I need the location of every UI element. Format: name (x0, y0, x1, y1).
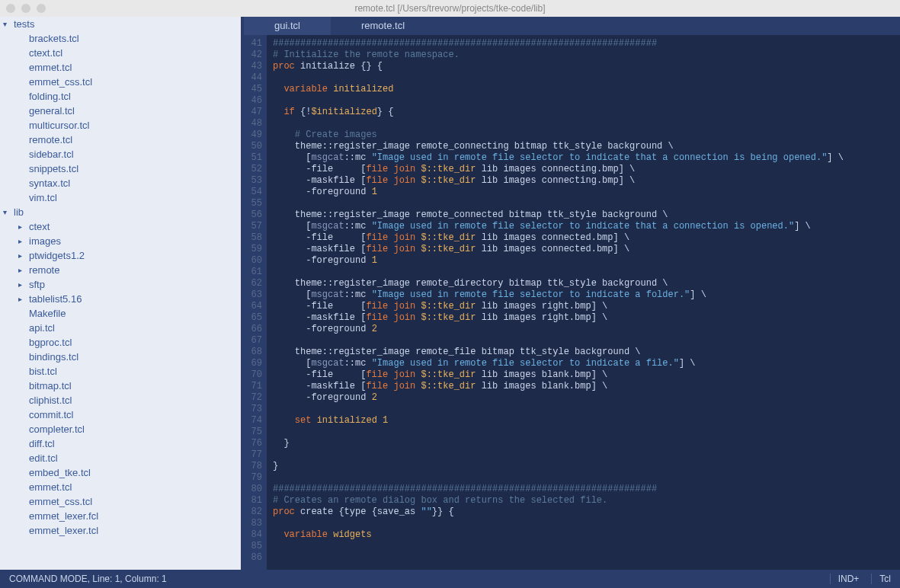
code-line[interactable]: theme::register_image remote_file bitmap… (273, 347, 894, 358)
sidebar-file[interactable]: embed_tke.tcl (0, 465, 241, 480)
code-line[interactable] (273, 335, 894, 347)
line-number: 85 (245, 541, 262, 552)
sidebar-file[interactable]: emmet_lexer.fcl (0, 509, 241, 523)
code-line[interactable]: variable widgets (273, 529, 894, 541)
code-line[interactable] (273, 118, 894, 129)
sidebar-file[interactable]: multicursor.tcl (0, 118, 241, 133)
code-line[interactable] (273, 552, 894, 564)
code-line[interactable]: theme::register_image remote_directory b… (273, 278, 894, 289)
code-line[interactable]: -maskfile [file join $::tke_dir lib imag… (273, 175, 894, 187)
code-line[interactable]: theme::register_image remote_connected b… (273, 209, 894, 221)
code-line[interactable]: [msgcat::mc "Image used in remote file s… (273, 358, 894, 369)
code-line[interactable]: -file [file join $::tke_dir lib images c… (273, 164, 894, 175)
sidebar-file[interactable]: snippets.tcl (0, 161, 241, 176)
sidebar-file[interactable]: api.tcl (0, 321, 241, 335)
sidebar-folder-tests[interactable]: ▾tests (0, 17, 241, 31)
sidebar-file[interactable]: vim.tcl (0, 190, 241, 205)
titlebar: remote.tcl [/Users/trevorw/projects/tke-… (0, 0, 900, 17)
code-line[interactable]: -file [file join $::tke_dir lib images r… (273, 301, 894, 312)
code-line[interactable] (273, 198, 894, 209)
code-line[interactable] (273, 518, 894, 529)
code-line[interactable]: variable initialized (273, 84, 894, 95)
sidebar-subfolder[interactable]: ▸images (0, 234, 241, 248)
sidebar-subfolder[interactable]: ▸remote (0, 263, 241, 277)
sidebar-file[interactable]: brackets.tcl (0, 31, 241, 46)
code-line[interactable]: [msgcat::mc "Image used in remote file s… (273, 152, 894, 164)
code-line[interactable] (273, 404, 894, 415)
code-view[interactable]: 4142434445464748495051525354555657585960… (244, 35, 900, 570)
code-line[interactable]: proc create {type {save_as ""}} { (273, 507, 894, 518)
code-line[interactable]: -file [file join $::tke_dir lib images c… (273, 232, 894, 244)
code-line[interactable] (273, 472, 894, 484)
chevron-right-icon: ▸ (18, 251, 26, 260)
sidebar-file[interactable]: Makefile (0, 306, 241, 321)
sidebar-file[interactable]: emmet_lexer.tcl (0, 523, 241, 538)
code-line[interactable]: # Creates an remote dialog box and retur… (273, 495, 894, 507)
code-line[interactable] (273, 449, 894, 461)
sidebar-file[interactable]: bgproc.tcl (0, 335, 241, 350)
tab-inactive[interactable]: gui.tcl (244, 17, 331, 35)
code-line[interactable] (273, 72, 894, 84)
code-line[interactable] (273, 95, 894, 107)
sidebar-file[interactable]: remote.tcl (0, 133, 241, 147)
code-line[interactable]: } (273, 438, 894, 449)
line-number: 62 (245, 278, 262, 289)
line-number: 66 (245, 324, 262, 335)
status-indent[interactable]: IND+ (830, 574, 860, 584)
sidebar-file[interactable]: folding.tcl (0, 89, 241, 104)
code-line[interactable] (273, 541, 894, 552)
line-number: 67 (245, 335, 262, 347)
code-line[interactable]: ########################################… (273, 484, 894, 495)
code-line[interactable]: # Initialize the remote namespace. (273, 50, 894, 61)
tab-active[interactable]: remote.tcl (331, 17, 435, 35)
code-line[interactable]: [msgcat::mc "Image used in remote file s… (273, 289, 894, 301)
sidebar-file[interactable]: emmet_css.tcl (0, 494, 241, 509)
code-line[interactable]: -maskfile [file join $::tke_dir lib imag… (273, 381, 894, 392)
sidebar-file[interactable]: syntax.tcl (0, 176, 241, 190)
sidebar-subfolder[interactable]: ▸ptwidgets1.2 (0, 248, 241, 263)
code-line[interactable]: -foreground 1 (273, 187, 894, 198)
sidebar-file[interactable]: diff.tcl (0, 436, 241, 451)
code-line[interactable]: -maskfile [file join $::tke_dir lib imag… (273, 244, 894, 255)
sidebar-file[interactable]: bindings.tcl (0, 350, 241, 364)
code-line[interactable] (273, 427, 894, 438)
line-number: 52 (245, 164, 262, 175)
tab-bar: gui.tcl remote.tcl (244, 17, 900, 35)
status-language[interactable]: Tcl (871, 574, 891, 584)
sidebar-folder-lib[interactable]: ▾lib (0, 205, 241, 219)
code-line[interactable]: } (273, 461, 894, 472)
sidebar-file[interactable]: bist.tcl (0, 364, 241, 379)
sidebar-file[interactable]: bitmap.tcl (0, 379, 241, 393)
code-line[interactable]: -file [file join $::tke_dir lib images b… (273, 369, 894, 381)
sidebar-file[interactable]: sidebar.tcl (0, 147, 241, 161)
line-number: 49 (245, 129, 262, 141)
sidebar-file[interactable]: edit.tcl (0, 451, 241, 465)
code-line[interactable]: proc initialize {} { (273, 61, 894, 72)
sidebar-file[interactable]: emmet.tcl (0, 480, 241, 494)
code-line[interactable]: -foreground 1 (273, 255, 894, 267)
code-line[interactable]: -maskfile [file join $::tke_dir lib imag… (273, 312, 894, 324)
sidebar-file[interactable]: commit.tcl (0, 407, 241, 422)
line-number: 60 (245, 255, 262, 267)
code-line[interactable]: [msgcat::mc "Image used in remote file s… (273, 221, 894, 232)
code-line[interactable]: -foreground 2 (273, 324, 894, 335)
sidebar-subfolder[interactable]: ▸ctext (0, 219, 241, 234)
code-line[interactable]: # Create images (273, 129, 894, 141)
code-line[interactable]: if {!$initialized} { (273, 107, 894, 118)
code-line[interactable]: ########################################… (273, 38, 894, 50)
sidebar-file[interactable]: emmet_css.tcl (0, 75, 241, 89)
sidebar-subfolder[interactable]: ▸tablelist5.16 (0, 292, 241, 306)
code-line[interactable]: theme::register_image remote_connecting … (273, 141, 894, 152)
code-line[interactable]: set initialized 1 (273, 415, 894, 427)
sidebar-file[interactable]: emmet.tcl (0, 60, 241, 75)
sidebar-file[interactable]: general.tcl (0, 104, 241, 118)
code-content[interactable]: ########################################… (267, 35, 900, 570)
line-number: 44 (245, 72, 262, 84)
file-sidebar[interactable]: ▾testsbrackets.tclctext.tclemmet.tclemme… (0, 17, 244, 570)
sidebar-file[interactable]: cliphist.tcl (0, 393, 241, 407)
code-line[interactable] (273, 267, 894, 278)
sidebar-file[interactable]: ctext.tcl (0, 46, 241, 60)
sidebar-subfolder[interactable]: ▸sftp (0, 277, 241, 292)
code-line[interactable]: -foreground 2 (273, 392, 894, 404)
sidebar-file[interactable]: completer.tcl (0, 422, 241, 436)
